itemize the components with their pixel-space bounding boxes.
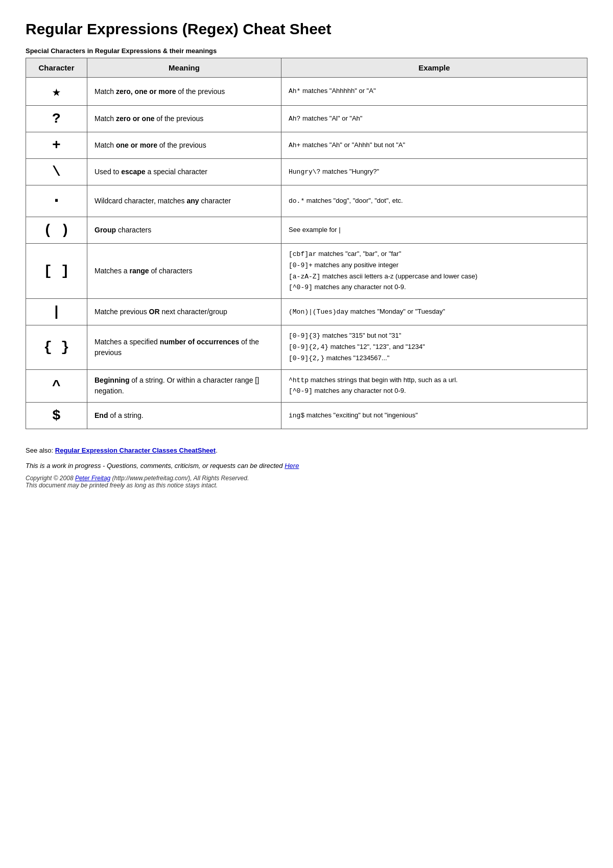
example-cell-1: Ah? matches "Al" or "Ah" [281,106,587,132]
char-cell-2: + [26,132,87,159]
header-example: Example [281,58,587,78]
table-row: [ ]Matches a range of characters[cbf]ar … [26,244,587,299]
meaning-cell-2: Match one or more of the previous [87,132,281,159]
char-cell-0: ★ [26,78,87,106]
see-also-prefix: See also: [26,447,55,454]
char-cell-10: $ [26,403,87,429]
example-cell-5: See example for | [281,217,587,244]
meaning-cell-7: Matche previous OR next character/group [87,299,281,325]
char-cell-8: { } [26,325,87,369]
table-row: ★Match zero, one or more of the previous… [26,78,587,106]
page-title: Regular Expressions (Regex) Cheat Sheet [26,20,587,38]
example-cell-6: [cbf]ar matches "car", "bar", or "far"[0… [281,244,587,299]
footer-italic: This is a work in progress - Questions, … [26,462,587,470]
meaning-cell-3: Used to escape a special character [87,159,281,185]
table-row: ?Match zero or one of the previousAh? ma… [26,106,587,132]
example-cell-3: Hungry\? matches "Hungry?" [281,159,587,185]
example-cell-4: do.* matches "dog", "door", "dot", etc. [281,185,587,217]
meaning-cell-9: Beginning of a string. Or within a chara… [87,369,281,403]
table-row: \Used to escape a special characterHungr… [26,159,587,185]
table-row: +Match one or more of the previousAh+ ma… [26,132,587,159]
example-cell-7: (Mon)|(Tues)day matches "Monday" or "Tue… [281,299,587,325]
meaning-cell-5: Group characters [87,217,281,244]
table-row: |Matche previous OR next character/group… [26,299,587,325]
table-row: $End of a string.ing$ matches "exciting"… [26,403,587,429]
meaning-cell-4: Wildcard character, matches any characte… [87,185,281,217]
table-subtitle: Special Characters in Regular Expression… [26,47,587,55]
table-row: ·Wildcard character, matches any charact… [26,185,587,217]
italic-text: This is a work in progress - Questions, … [26,462,285,470]
example-cell-10: ing$ matches "exciting" but not "ingenio… [281,403,587,429]
example-cell-2: Ah+ matches "Ah" or "Ahhh" but not "A" [281,132,587,159]
meaning-cell-6: Matches a range of characters [87,244,281,299]
italic-link[interactable]: Here [285,462,299,470]
copyright-link[interactable]: Peter Freitag [75,475,110,482]
char-cell-1: ? [26,106,87,132]
char-cell-7: | [26,299,87,325]
copyright-line2: This document may be printed freely as l… [26,482,218,489]
char-cell-5: ( ) [26,217,87,244]
char-cell-4: · [26,185,87,217]
table-row: { }Matches a specified number of occurre… [26,325,587,369]
char-cell-9: ^ [26,369,87,403]
char-cell-6: [ ] [26,244,87,299]
table-row: ( )Group charactersSee example for | [26,217,587,244]
table-row: ^Beginning of a string. Or within a char… [26,369,587,403]
footer-copyright: Copyright © 2008 Peter Freitag (http://w… [26,475,587,489]
see-also-link[interactable]: Regular Expression Character Classes Che… [55,447,216,454]
meaning-cell-0: Match zero, one or more of the previous [87,78,281,106]
header-meaning: Meaning [87,58,281,78]
example-cell-9: ^http matches strings that begin with ht… [281,369,587,403]
header-character: Character [26,58,87,78]
meaning-cell-10: End of a string. [87,403,281,429]
footer-see-also: See also: Regular Expression Character C… [26,444,587,456]
regex-table: Character Meaning Example ★Match zero, o… [26,58,587,429]
char-cell-3: \ [26,159,87,185]
example-cell-0: Ah* matches "Ahhhhh" or "A" [281,78,587,106]
meaning-cell-8: Matches a specified number of occurrence… [87,325,281,369]
example-cell-8: [0-9]{3} matches "315" but not "31"[0-9]… [281,325,587,369]
meaning-cell-1: Match zero or one of the previous [87,106,281,132]
